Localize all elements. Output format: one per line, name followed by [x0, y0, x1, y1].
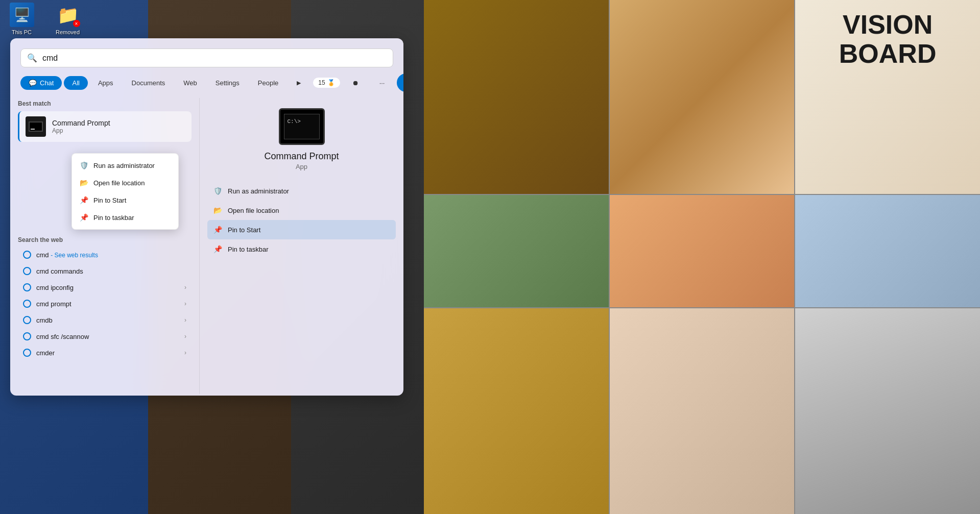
- ctx-pin-taskbar[interactable]: 📌 Pin to taskbar: [72, 209, 178, 226]
- pin-taskbar-icon: 📌: [79, 213, 88, 222]
- cmdb-text: cmdb: [36, 316, 179, 324]
- ctx-pin-start[interactable]: 📌 Pin to Start: [72, 191, 178, 209]
- filter-tabs: 💬 Chat All Apps Documents Web Settings P…: [10, 67, 403, 98]
- bing-button[interactable]: B: [397, 74, 403, 92]
- cmd-text: cmd: [36, 251, 49, 259]
- desktop-icons: 🖥️ This PC 📁 × Removed: [3, 3, 87, 35]
- best-match-info: Command Prompt App: [52, 119, 110, 134]
- this-pc-icon: 🖥️: [14, 7, 30, 23]
- left-panel: Best match Command Prompt App 🛡️ Run as …: [10, 98, 199, 394]
- more-button[interactable]: ···: [371, 76, 393, 90]
- web-search-cmd-text: cmd - See web results: [36, 251, 186, 259]
- right-pin-taskbar-icon: 📌: [212, 244, 223, 254]
- cmd-prompt-text: cmd prompt: [36, 300, 179, 308]
- cmd-cursor: [31, 129, 35, 130]
- cmd-icon-inner: [29, 121, 43, 132]
- search-dot-icon-3: [23, 283, 31, 291]
- tab-all[interactable]: All: [64, 76, 87, 90]
- web-tab-label: Web: [183, 79, 197, 87]
- right-ctx-run-admin[interactable]: 🛡️ Run as administrator: [207, 181, 396, 201]
- best-match-type: App: [52, 127, 110, 134]
- search-bar: 🔍: [20, 48, 393, 67]
- context-menu: 🛡️ Run as administrator 📂 Open file loca…: [71, 153, 179, 230]
- ctx-pin-taskbar-label: Pin to taskbar: [93, 214, 134, 222]
- best-match-item[interactable]: Command Prompt App: [18, 111, 192, 142]
- app-detail-name: Command Prompt: [264, 151, 339, 162]
- web-search-cmd-sfc[interactable]: cmd sfc /scannow ›: [18, 328, 192, 345]
- pin-start-icon: 📌: [79, 195, 88, 205]
- web-search-cmdb[interactable]: cmdb ›: [18, 312, 192, 328]
- main-content: Best match Command Prompt App 🛡️ Run as …: [10, 98, 403, 394]
- web-search-cmd-prompt[interactable]: cmd prompt ›: [18, 296, 192, 312]
- search-dot-icon-2: [23, 267, 31, 275]
- vision-board-title-line1: VISION BOARD: [839, 10, 937, 68]
- badge-count: 15 🏅: [313, 78, 340, 88]
- badge-number: 15: [318, 79, 325, 86]
- app-detail-icon: [279, 108, 325, 145]
- right-pin-start-label: Pin to Start: [228, 226, 260, 234]
- web-search-cmd-ipconfig[interactable]: cmd ipconfig ›: [18, 279, 192, 296]
- ctx-open-file-label: Open file location: [93, 179, 145, 187]
- all-tab-label: All: [72, 79, 79, 87]
- tab-settings[interactable]: Settings: [207, 76, 248, 90]
- right-shield-icon: 🛡️: [212, 186, 223, 196]
- right-pin-start-icon: 📌: [212, 225, 223, 235]
- search-web-section: Search the web cmd - See web results cmd…: [18, 236, 192, 361]
- search-input[interactable]: [42, 54, 387, 63]
- search-dot-icon-7: [23, 349, 31, 357]
- search-dot-icon-5: [23, 316, 31, 324]
- tab-people[interactable]: People: [250, 76, 286, 90]
- removed-label: Removed: [56, 29, 80, 35]
- cmd-sfc-text: cmd sfc /scannow: [36, 333, 179, 340]
- settings-tab-label: Settings: [216, 79, 240, 87]
- apps-tab-label: Apps: [98, 79, 113, 87]
- right-context-menu: 🛡️ Run as administrator 📂 Open file loca…: [207, 181, 396, 259]
- best-match-name: Command Prompt: [52, 119, 110, 127]
- tab-web[interactable]: Web: [175, 76, 205, 90]
- tab-documents[interactable]: Documents: [124, 76, 174, 90]
- search-dot-icon-4: [23, 300, 31, 308]
- right-ctx-open-file[interactable]: 📂 Open file location: [207, 201, 396, 220]
- chevron-right-icon-3: ›: [184, 316, 186, 324]
- documents-tab-label: Documents: [132, 79, 165, 87]
- record-icon: ⏺: [352, 79, 359, 87]
- play-button[interactable]: ▶: [289, 77, 309, 89]
- cmd-commands-text: cmd commands: [36, 267, 186, 275]
- chat-icon: 💬: [29, 79, 37, 87]
- folder-icon: 📂: [79, 178, 88, 187]
- app-detail: Command Prompt App 🛡️ Run as administrat…: [207, 103, 396, 259]
- search-icon: 🔍: [27, 53, 37, 63]
- right-pin-taskbar-label: Pin to taskbar: [228, 246, 269, 253]
- web-search-cmder[interactable]: cmder ›: [18, 345, 192, 361]
- cmd-subtitle: - See web results: [51, 252, 98, 259]
- right-ctx-pin-start[interactable]: 📌 Pin to Start: [207, 220, 396, 239]
- this-pc-label: This PC: [12, 29, 32, 35]
- desktop-icon-removed[interactable]: 📁 × Removed: [49, 3, 87, 35]
- ctx-pin-start-label: Pin to Start: [93, 197, 126, 204]
- right-ctx-pin-taskbar[interactable]: 📌 Pin to taskbar: [207, 239, 396, 259]
- search-panel: 🔍 💬 Chat All Apps Documents Web Settings…: [10, 38, 403, 396]
- chat-tab-label: Chat: [40, 79, 54, 87]
- chevron-right-icon: ›: [184, 284, 186, 291]
- ctx-run-admin[interactable]: 🛡️ Run as administrator: [72, 157, 178, 174]
- chevron-right-icon-4: ›: [184, 333, 186, 340]
- app-icon: [26, 116, 46, 137]
- ctx-open-file[interactable]: 📂 Open file location: [72, 174, 178, 191]
- search-dot-icon: [23, 251, 31, 259]
- cmd-terminal-icon: [284, 114, 320, 139]
- chevron-right-icon-5: ›: [184, 349, 186, 356]
- record-button[interactable]: ⏺: [344, 76, 367, 90]
- search-web-label: Search the web: [18, 236, 192, 243]
- bg-photo-grid: VISION BOARD: [424, 0, 980, 514]
- right-panel: Command Prompt App 🛡️ Run as administrat…: [199, 98, 403, 394]
- right-open-file-label: Open file location: [228, 207, 279, 214]
- right-run-admin-label: Run as administrator: [228, 187, 289, 195]
- desktop-icon-this-pc[interactable]: 🖥️ This PC: [3, 3, 41, 35]
- tab-right-extras: ▶ 15 🏅 ⏺ ··· B: [289, 74, 403, 92]
- web-search-cmd[interactable]: cmd - See web results: [18, 247, 192, 263]
- best-match-label: Best match: [18, 100, 192, 107]
- web-search-cmd-commands[interactable]: cmd commands: [18, 263, 192, 279]
- more-icon: ···: [379, 79, 385, 87]
- tab-chat[interactable]: 💬 Chat: [20, 76, 62, 90]
- tab-apps[interactable]: Apps: [90, 76, 122, 90]
